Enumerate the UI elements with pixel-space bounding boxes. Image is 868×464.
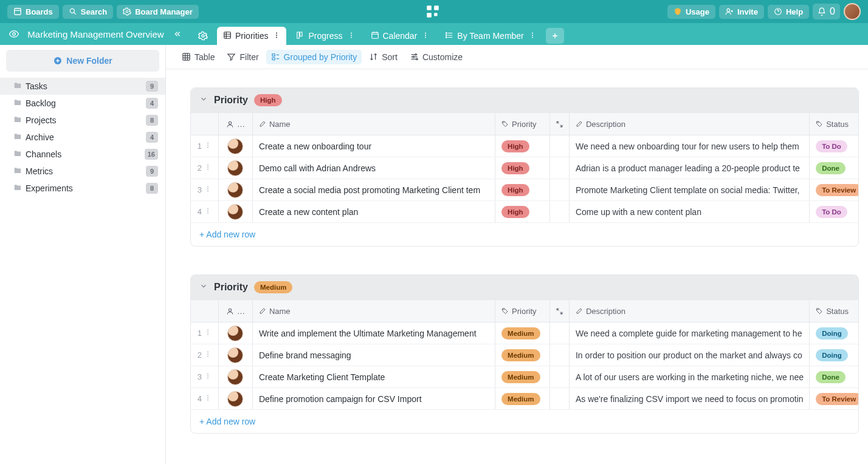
calendar-icon (371, 31, 379, 41)
toolbar-sort[interactable]: Sort (364, 50, 402, 64)
col-priority[interactable]: Priority (495, 113, 550, 135)
status-pill[interactable]: To Do (816, 140, 847, 152)
toolbar-customize[interactable]: Customize (405, 50, 467, 64)
row-menu-icon[interactable] (204, 372, 212, 382)
tab-menu-icon[interactable] (348, 31, 355, 41)
col-assignee-label: … (237, 120, 245, 129)
avatar[interactable] (844, 3, 861, 20)
add-row-button[interactable]: + Add new row (191, 410, 858, 433)
table-row[interactable]: 3Create a social media post promoting Ma… (191, 179, 858, 201)
table-row[interactable]: 4Define promotion campaign for CSV Impor… (191, 388, 858, 410)
col-name[interactable]: Name (253, 113, 495, 135)
col-assignee[interactable]: … (219, 113, 253, 135)
status-pill[interactable]: Doing (816, 349, 848, 361)
col-status[interactable]: Status (810, 113, 858, 135)
search-button[interactable]: Search (63, 5, 113, 19)
group-header[interactable]: PriorityMedium (191, 275, 858, 299)
invite-button[interactable]: Invite (719, 5, 764, 19)
tab-menu-icon[interactable] (273, 31, 280, 41)
chevron-down-icon[interactable] (199, 95, 208, 106)
table-row[interactable]: 1Create a new onboarding tourHighWe need… (191, 135, 858, 157)
table-row[interactable]: 2Demo call with Adrian AndrewsHighAdrian… (191, 157, 858, 179)
assignee-avatar[interactable] (227, 160, 243, 176)
toolbar-filter[interactable]: Filter (222, 50, 263, 64)
view-tab-calendar[interactable]: Calendar (365, 27, 436, 45)
row-menu-icon[interactable] (204, 350, 212, 360)
col-priority[interactable]: Priority (495, 300, 550, 322)
toolbar-group[interactable]: Grouped by Priority (266, 50, 362, 64)
view-tab-progress[interactable]: Progress (290, 27, 360, 45)
col-description[interactable]: Description (570, 300, 810, 322)
col-expand[interactable] (550, 113, 570, 135)
status-pill[interactable]: Done (816, 162, 846, 174)
notifications-button[interactable]: 0 (813, 4, 840, 19)
row-menu-icon[interactable] (204, 328, 212, 338)
sidebar-item-metrics[interactable]: Metrics9 (0, 163, 165, 180)
row-menu-icon[interactable] (204, 185, 212, 195)
assignee-avatar[interactable] (227, 391, 243, 407)
priority-pill[interactable]: Medium (501, 327, 540, 339)
toolbar-table[interactable]: Table (177, 50, 219, 64)
assignee-avatar[interactable] (227, 347, 243, 363)
sidebar-item-archive[interactable]: Archive4 (0, 129, 165, 146)
status-pill[interactable]: To Review (816, 184, 858, 196)
sidebar-item-channels[interactable]: Channels16 (0, 146, 165, 163)
tab-menu-icon[interactable] (529, 31, 536, 41)
usage-button[interactable]: Usage (667, 5, 715, 19)
priority-pill[interactable]: Medium (501, 371, 540, 383)
table-row[interactable]: 1Write and implement the Ultimate Market… (191, 322, 858, 344)
add-view-button[interactable] (546, 28, 564, 44)
visibility-icon[interactable] (9, 29, 19, 39)
priority-pill[interactable]: High (501, 140, 529, 152)
view-settings-button[interactable] (193, 27, 213, 45)
row-menu-icon[interactable] (204, 141, 212, 151)
priority-pill[interactable]: Medium (501, 393, 540, 405)
plus-circle-icon (53, 56, 63, 66)
row-menu-icon[interactable] (204, 163, 212, 173)
table-row[interactable]: 4Create a new content planHighCome up wi… (191, 201, 858, 223)
help-button[interactable]: Help (768, 5, 809, 19)
chevron-down-icon[interactable] (199, 282, 208, 293)
priority-pill[interactable]: High (501, 206, 529, 218)
sidebar-item-projects[interactable]: Projects8 (0, 112, 165, 129)
new-folder-button[interactable]: New Folder (6, 50, 159, 72)
col-expand[interactable] (550, 300, 570, 322)
status-pill[interactable]: To Review (816, 393, 858, 405)
group-header[interactable]: PriorityHigh (191, 88, 858, 112)
add-row-button[interactable]: + Add new row (191, 223, 858, 246)
sidebar-item-tasks[interactable]: Tasks9 (0, 78, 165, 95)
col-assignee[interactable]: … (219, 300, 253, 322)
status-pill[interactable]: Doing (816, 327, 848, 339)
svg-point-49 (207, 208, 208, 210)
row-menu-icon[interactable] (204, 206, 212, 217)
assignee-avatar[interactable] (227, 182, 243, 198)
assignee-avatar[interactable] (227, 138, 243, 154)
priority-pill[interactable]: Medium (501, 349, 540, 361)
board-manager-button[interactable]: Board Manager (117, 5, 199, 19)
view-tab-priorities[interactable]: Priorities (217, 27, 286, 45)
col-description[interactable]: Description (570, 113, 810, 135)
status-pill[interactable]: Done (816, 371, 846, 383)
priority-pill[interactable]: High (501, 162, 529, 174)
assignee-avatar[interactable] (227, 369, 243, 385)
assignee-avatar[interactable] (227, 326, 243, 341)
svg-point-50 (207, 210, 208, 211)
new-folder-label: New Folder (66, 56, 112, 66)
tab-menu-icon[interactable] (422, 31, 429, 41)
view-tab-by-team-member[interactable]: By Team Member (439, 27, 542, 45)
table-row[interactable]: 2Define brand messagingMediumIn order to… (191, 344, 858, 366)
svg-point-39 (818, 122, 818, 123)
priority-pill[interactable]: High (501, 184, 529, 196)
assignee-avatar[interactable] (227, 204, 243, 220)
sidebar-item-backlog[interactable]: Backlog4 (0, 95, 165, 112)
collapse-sidebar-icon[interactable] (172, 29, 182, 39)
group-title: Priority (214, 95, 248, 106)
boards-button[interactable]: Boards (7, 5, 59, 19)
sidebar-item-label: Archive (26, 132, 146, 142)
col-status[interactable]: Status (810, 300, 858, 322)
status-pill[interactable]: To Do (816, 206, 847, 218)
sidebar-item-experiments[interactable]: Experiments8 (0, 180, 165, 197)
row-menu-icon[interactable] (204, 394, 212, 404)
table-row[interactable]: 3Create Marketing Client TemplateMediumA… (191, 366, 858, 388)
col-name[interactable]: Name (253, 300, 495, 322)
